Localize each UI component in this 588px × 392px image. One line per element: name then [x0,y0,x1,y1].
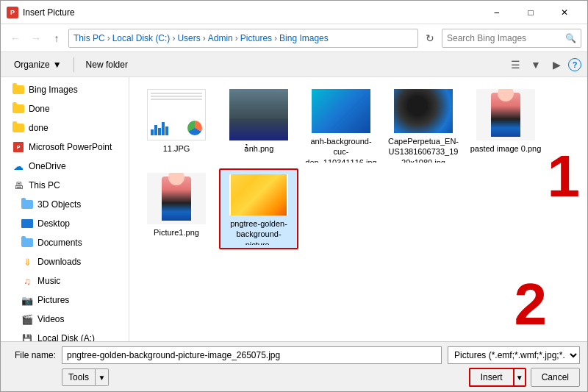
file-item-pasted[interactable]: pasted image 0.png [466,85,545,165]
search-box: 🔍 [442,29,581,48]
tools-group: Tools ▼ [62,368,109,386]
filetype-select[interactable]: Pictures (*.emf;*.wmf;*.jpg;*.j [448,346,580,364]
main-content: Bing Images Done done P Microsoft PowerP… [1,77,587,341]
documents-icon [21,237,33,249]
file-thumb-11jpg [147,89,206,140]
file-item-golden[interactable]: pngtree-golden-background-picture-image_… [219,168,298,249]
insert-button[interactable]: Insert [469,368,513,387]
music-icon: ♫ [21,275,33,287]
file-thumb-pasted [476,89,535,140]
file-item-cape[interactable]: CapePerpetua_EN-US1381606733_1920x1080.j… [384,85,463,165]
file-name-picture1: Picture1.png [154,227,199,238]
file-item-picture1[interactable]: Picture1.png [137,168,216,249]
breadcrumb-local-disk-c[interactable]: Local Disk (C:) [112,33,171,43]
filename-label: File name: [8,350,56,360]
dialog-title: Insert Picture [23,7,480,18]
minimize-button[interactable]: ‒ [480,1,514,24]
file-name-11jpg: 11.JPG [163,143,190,154]
file-name-cape: CapePerpetua_EN-US1381606733_1920x1080.j… [387,136,460,163]
folder-icon [12,122,24,134]
toolbar-separator [74,57,74,72]
downloads-icon: ⇓ [21,256,33,268]
bottom-bar: File name: Pictures (*.emf;*.wmf;*.jpg;*… [1,341,587,391]
search-input[interactable] [447,33,565,43]
back-button[interactable]: ← [7,29,24,47]
sidebar-item-downloads[interactable]: ⇓ Downloads [1,252,129,271]
drive-a-icon: 💾 [21,332,33,341]
breadcrumb-admin[interactable]: Admin [208,33,233,43]
breadcrumb[interactable]: This PC › Local Disk (C:) › Users › Admi… [68,29,418,48]
sidebar-item-powerpoint[interactable]: P Microsoft PowerPoint [1,138,129,157]
view-options-button[interactable]: ☰ [506,56,524,74]
sidebar-item-bing-images[interactable]: Bing Images [1,80,129,99]
preview-pane-button[interactable]: ▶ [548,56,565,74]
forward-button[interactable]: → [27,29,45,47]
up-button[interactable]: ↑ [48,29,65,47]
organize-dropdown-icon: ▼ [53,60,62,70]
sidebar-item-pictures[interactable]: 📷 Pictures [1,291,129,310]
sidebar-item-onedrive[interactable]: ☁ OneDrive [1,157,129,176]
address-bar: ← → ↑ This PC › Local Disk (C:) › Users … [1,24,587,52]
sidebar-item-3d-objects[interactable]: 3D Objects [1,195,129,214]
maximize-button[interactable]: □ [514,1,548,24]
title-bar: P Insert Picture ‒ □ ✕ [1,1,587,24]
close-button[interactable]: ✕ [548,1,581,24]
file-grid: 11.JPG ảnh.png anh-backgro [137,85,580,249]
cancel-button[interactable]: Cancel [531,368,580,387]
videos-icon: 🎬 [21,313,33,325]
file-thumb-picture1 [147,173,206,224]
toolbar-right: ☰ ▼ ▶ ? [506,56,581,74]
file-item-11jpg[interactable]: 11.JPG [137,85,216,165]
breadcrumb-bing-images[interactable]: Bing Images [279,33,329,43]
sidebar-item-done2[interactable]: done [1,118,129,138]
tools-dropdown-button[interactable]: ▼ [96,368,109,386]
insert-group: Insert ▼ [469,368,526,387]
breadcrumb-this-pc[interactable]: This PC [74,33,105,43]
folder-icon [12,84,24,96]
ppt-icon: P [12,141,24,153]
sidebar-item-local-disk-a[interactable]: 💾 Local Disk (A:) [1,329,129,341]
toolbar: Organize ▼ New folder ☰ ▼ ▶ ? [1,52,587,77]
action-row: Tools ▼ Insert ▼ Cancel [8,368,580,387]
folder-3d-icon [21,199,33,210]
file-thumb-anh [229,89,288,140]
sidebar-item-documents[interactable]: Documents [1,233,129,252]
file-item-background[interactable]: anh-background-cuc-dep_110341116.jpg [301,85,381,165]
pc-icon: 🖶 [12,179,24,191]
folder-icon [12,103,24,115]
dialog-icon: P [7,7,18,18]
sidebar: Bing Images Done done P Microsoft PowerP… [1,77,129,341]
insert-picture-dialog: P Insert Picture ‒ □ ✕ ← → ↑ This PC › L… [0,0,588,392]
sidebar-item-videos[interactable]: 🎬 Videos [1,310,129,329]
file-thumb-golden [229,174,288,215]
sidebar-item-done1[interactable]: Done [1,99,129,118]
filename-row: File name: Pictures (*.emf;*.wmf;*.jpg;*… [8,346,580,364]
breadcrumb-pictures[interactable]: Pictures [240,33,272,43]
annotation-number-2: 2 [514,275,548,334]
file-thumb-cape [394,89,453,133]
pictures-icon: 📷 [21,294,33,306]
file-thumb-background [312,89,370,133]
file-item-anh[interactable]: ảnh.png [219,85,298,165]
view-dropdown-button[interactable]: ▼ [527,56,545,74]
desktop-icon [21,218,33,229]
sidebar-item-music[interactable]: ♫ Music [1,271,129,291]
file-name-pasted: pasted image 0.png [470,143,542,154]
sidebar-item-desktop[interactable]: Desktop [1,214,129,233]
help-button[interactable]: ? [568,58,581,71]
window-controls: ‒ □ ✕ [480,1,581,24]
file-area: 11.JPG ảnh.png anh-backgro [129,77,587,341]
file-name-background: anh-background-cuc-dep_110341116.jpg [304,136,378,163]
file-name-golden: pngtree-golden-background-picture-image_… [223,218,294,245]
refresh-button[interactable]: ↻ [421,29,439,47]
organize-button[interactable]: Organize ▼ [7,55,69,74]
breadcrumb-users[interactable]: Users [177,33,200,43]
onedrive-icon: ☁ [12,160,24,172]
file-name-anh: ảnh.png [244,143,274,154]
search-icon: 🔍 [565,33,576,43]
insert-dropdown-button[interactable]: ▼ [513,368,526,387]
tools-button[interactable]: Tools [62,368,96,386]
sidebar-item-this-pc[interactable]: 🖶 This PC [1,176,129,195]
new-folder-button[interactable]: New folder [79,55,135,74]
filename-input[interactable] [62,346,442,364]
